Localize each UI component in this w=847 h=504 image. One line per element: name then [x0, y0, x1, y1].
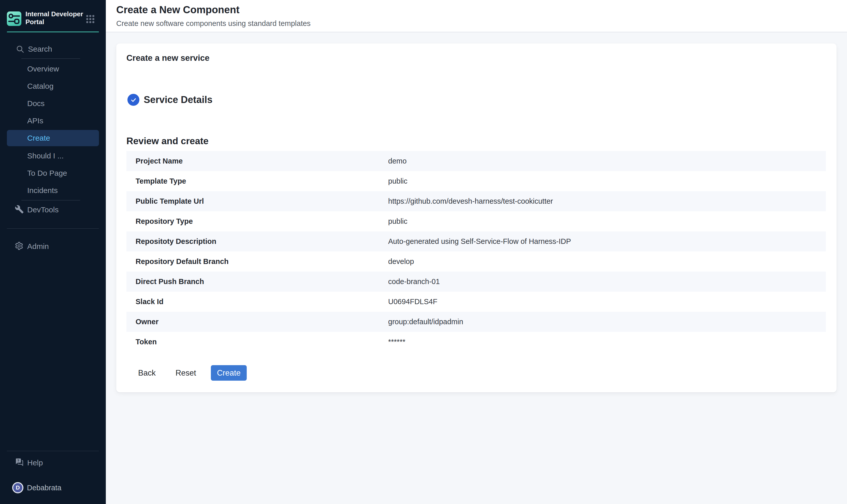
- help-chat-icon: ?: [15, 458, 24, 468]
- sidebar-item-label: Catalog: [27, 82, 53, 91]
- field-value: code-branch-01: [388, 277, 826, 286]
- field-label: Project Name: [126, 157, 388, 165]
- sidebar-item-admin[interactable]: Admin: [0, 238, 106, 255]
- step-label: Service Details: [144, 94, 212, 105]
- review-section-title: Review and create: [126, 136, 825, 146]
- sidebar-divider: [21, 58, 80, 59]
- review-table: Project Name demo Template Type public P…: [126, 151, 826, 352]
- field-value: public: [388, 177, 826, 185]
- sidebar-item-label: To Do Page: [27, 169, 67, 178]
- table-row: Slack Id U0694FDLS4F: [126, 292, 826, 312]
- sidebar-item-label: Docs: [27, 99, 44, 108]
- table-row: Token ******: [126, 332, 826, 352]
- table-row: Public Template Url https://github.com/d…: [126, 191, 826, 211]
- sidebar-item-todo-page[interactable]: To Do Page: [0, 164, 106, 182]
- table-row: Direct Push Branch code-branch-01: [126, 272, 826, 292]
- field-label: Public Template Url: [126, 197, 388, 205]
- table-row: Project Name demo: [126, 151, 826, 171]
- field-label: Repository Default Branch: [126, 257, 388, 266]
- sidebar-item-label: DevTools: [27, 205, 58, 214]
- sidebar-item-label: Overview: [27, 65, 59, 73]
- field-label: Direct Push Branch: [126, 277, 388, 286]
- user-initial: D: [16, 484, 20, 491]
- sidebar-item-label: Help: [27, 458, 43, 467]
- svg-text:?: ?: [17, 459, 19, 463]
- field-value: develop: [388, 257, 826, 266]
- main-area: Create a New Component Create new softwa…: [106, 0, 847, 504]
- field-value: Auto-generated using Self-Service-Flow o…: [388, 237, 826, 246]
- sidebar: Internal Developer Portal Search Overvie…: [0, 0, 106, 504]
- table-row: Repositoty Description Auto-generated us…: [126, 231, 826, 252]
- table-row: Repository Type public: [126, 211, 826, 231]
- app-title: Internal Developer Portal: [25, 10, 89, 26]
- sidebar-item-create[interactable]: Create: [0, 129, 106, 147]
- sidebar-item-docs[interactable]: Docs: [0, 95, 106, 112]
- sliders-logo-glyph: [7, 12, 21, 26]
- sidebar-item-catalog[interactable]: Catalog: [0, 77, 106, 95]
- sidebar-divider: [21, 200, 80, 200]
- user-name: Debabrata: [27, 484, 61, 492]
- sidebar-item-label: APIs: [27, 116, 43, 125]
- field-label: Token: [126, 338, 388, 346]
- field-label: Repository Type: [126, 217, 388, 226]
- sidebar-item-devtools[interactable]: DevTools: [0, 201, 106, 218]
- stepper-step-service-details[interactable]: Service Details: [127, 94, 825, 106]
- sidebar-user[interactable]: D Debabrata: [0, 479, 106, 497]
- sidebar-item-label: Create: [27, 134, 50, 142]
- sidebar-item-label: Admin: [27, 242, 49, 251]
- field-label: Owner: [126, 318, 388, 326]
- table-row: Owner group:default/idpadmin: [126, 312, 826, 332]
- table-row: Repository Default Branch develop: [126, 252, 826, 272]
- sidebar-item-help[interactable]: ? Help: [0, 454, 106, 471]
- sidebar-search[interactable]: Search: [0, 40, 106, 58]
- app-logo-icon: [7, 12, 21, 26]
- create-button[interactable]: Create: [211, 365, 247, 381]
- sidebar-item-label: Should I ...: [27, 151, 64, 160]
- brand-accent-rule: [7, 32, 99, 32]
- table-row: Template Type public: [126, 171, 826, 191]
- sidebar-search-label: Search: [28, 45, 52, 53]
- page-header: Create a New Component Create new softwa…: [106, 0, 847, 32]
- sidebar-item-should-i[interactable]: Should I ...: [0, 147, 106, 164]
- reset-button[interactable]: Reset: [169, 366, 202, 380]
- field-value: demo: [388, 157, 826, 165]
- wrench-icon: [15, 205, 24, 215]
- page-subtitle: Create new software components using sta…: [116, 19, 310, 28]
- field-value: group:default/idpadmin: [388, 318, 826, 326]
- gear-icon: [15, 241, 23, 251]
- user-avatar: D: [12, 482, 23, 493]
- sidebar-item-incidents[interactable]: Incidents: [0, 182, 106, 199]
- field-value: U0694FDLS4F: [388, 298, 826, 306]
- field-value: https://github.com/devesh-harness/test-c…: [388, 197, 826, 205]
- sidebar-item-overview[interactable]: Overview: [0, 60, 106, 77]
- page-title: Create a New Component: [116, 4, 240, 16]
- form-actions: Back Reset Create: [126, 365, 825, 381]
- search-icon: [16, 44, 25, 55]
- card-title: Create a new service: [126, 53, 825, 63]
- apps-grid-icon[interactable]: [86, 15, 95, 24]
- sidebar-item-label: Incidents: [27, 186, 58, 195]
- field-label: Template Type: [126, 177, 388, 185]
- field-label: Repositoty Description: [126, 237, 388, 246]
- page-content: Create a new service Service Details Rev…: [106, 32, 847, 392]
- sidebar-item-apis[interactable]: APIs: [0, 112, 106, 129]
- back-button[interactable]: Back: [132, 366, 162, 380]
- field-label: Slack Id: [126, 298, 388, 306]
- sidebar-divider: [7, 228, 99, 229]
- field-value: public: [388, 217, 826, 226]
- step-completed-check-icon: [127, 94, 139, 106]
- create-service-card: Create a new service Service Details Rev…: [116, 43, 836, 392]
- field-value: ******: [388, 338, 826, 346]
